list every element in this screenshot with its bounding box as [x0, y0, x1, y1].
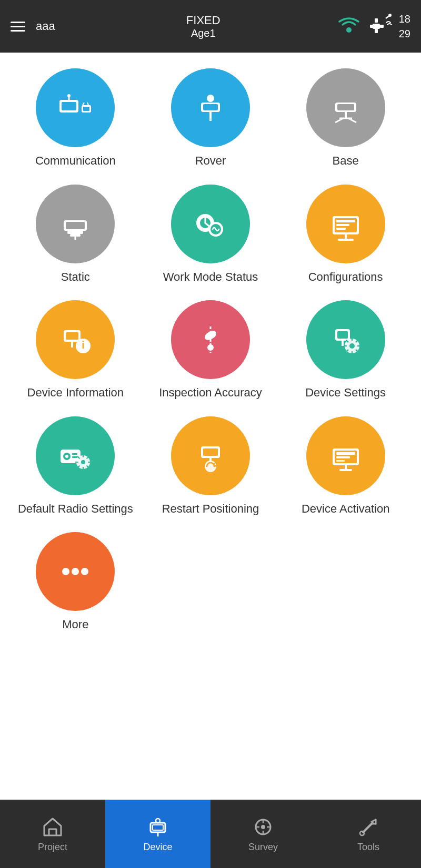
survey-icon — [252, 815, 275, 839]
device-activation-icon-circle — [306, 416, 385, 495]
nav-item-tools[interactable]: Tools — [316, 800, 421, 868]
svg-point-76 — [62, 568, 69, 575]
static-icon — [54, 203, 96, 245]
default-radio-settings-icon-circle — [36, 416, 115, 495]
tools-icon — [357, 815, 380, 839]
svg-rect-66 — [203, 448, 218, 456]
svg-rect-75 — [339, 469, 352, 471]
svg-point-11 — [67, 94, 71, 97]
svg-rect-17 — [203, 104, 218, 110]
work-mode-status-label: Work Mode Status — [163, 270, 258, 285]
svg-point-82 — [156, 819, 160, 823]
configurations-label: Configurations — [308, 270, 383, 285]
svg-rect-71 — [336, 452, 355, 455]
device-information-icon: i — [54, 319, 96, 361]
svg-point-78 — [81, 568, 88, 575]
svg-rect-61 — [72, 453, 77, 455]
work-mode-status-icon — [189, 203, 232, 245]
grid-item-configurations[interactable]: Configurations — [280, 185, 410, 285]
device-settings-icon-circle — [306, 300, 385, 379]
grid-item-device-activation[interactable]: Device Activation — [280, 416, 410, 517]
device-settings-icon — [325, 319, 367, 361]
grid-item-communication[interactable]: Communication — [11, 68, 141, 169]
grid-item-restart-positioning[interactable]: Restart Positioning — [146, 416, 276, 517]
grid-item-more[interactable]: More — [11, 532, 141, 632]
svg-rect-3 — [380, 25, 384, 28]
more-icon-circle — [36, 532, 115, 611]
signal-icon — [336, 13, 362, 39]
inspection-accuracy-icon — [189, 319, 232, 361]
rover-icon — [189, 87, 232, 129]
default-radio-settings-label: Default Radio Settings — [18, 502, 133, 517]
header-status: FIXED Age1 — [71, 14, 336, 39]
restart-positioning-label: Restart Positioning — [162, 502, 259, 517]
svg-line-14 — [83, 103, 84, 105]
nav-item-project[interactable]: Project — [0, 800, 105, 868]
grid-item-work-mode-status[interactable]: Work Mode Status — [146, 185, 276, 285]
base-label: Base — [333, 154, 359, 169]
survey-nav-label: Survey — [248, 842, 278, 853]
svg-rect-28 — [66, 222, 85, 229]
header-icons: 18 29 — [336, 12, 410, 41]
inspection-accuracy-icon-circle — [171, 300, 250, 379]
satellite-numbers: 18 29 — [399, 12, 410, 41]
nav-item-device[interactable]: Device — [105, 800, 210, 868]
communication-label: Communication — [35, 154, 116, 169]
rover-icon-circle — [171, 68, 250, 147]
svg-rect-30 — [70, 234, 81, 237]
satellite-icon — [367, 13, 394, 39]
svg-point-0 — [346, 27, 352, 33]
svg-line-15 — [87, 103, 88, 105]
svg-rect-4 — [375, 18, 378, 23]
svg-rect-72 — [336, 456, 350, 458]
more-icon — [54, 550, 96, 593]
restart-positioning-icon — [189, 435, 232, 477]
tools-nav-label: Tools — [357, 842, 379, 853]
static-icon-circle — [36, 185, 115, 263]
device-information-label: Device Information — [27, 385, 124, 401]
inspection-accuracy-label: Inspection Accuracy — [159, 385, 262, 401]
grid-item-static[interactable]: Static — [11, 185, 141, 285]
svg-rect-80 — [153, 825, 163, 830]
base-icon-circle — [306, 68, 385, 147]
svg-rect-5 — [375, 29, 378, 33]
configurations-icon — [325, 203, 367, 245]
grid-item-device-information[interactable]: i Device Information — [11, 300, 141, 401]
svg-rect-62 — [72, 456, 77, 458]
menu-button[interactable] — [11, 22, 25, 32]
svg-rect-73 — [336, 460, 345, 462]
device-activation-label: Device Activation — [302, 502, 390, 517]
age-label: Age1 — [191, 27, 216, 39]
svg-point-57 — [349, 343, 355, 349]
grid-item-default-radio-settings[interactable]: Default Radio Settings — [11, 416, 141, 517]
grid-item-rover[interactable]: Rover — [146, 68, 276, 169]
svg-line-25 — [335, 118, 343, 122]
device-settings-label: Device Settings — [305, 385, 386, 401]
feature-grid: Communication Rover — [11, 68, 410, 632]
restart-positioning-icon-circle — [171, 416, 250, 495]
grid-item-device-settings[interactable]: Device Settings — [280, 300, 410, 401]
svg-line-26 — [348, 118, 356, 122]
grid-item-base[interactable]: Base — [280, 68, 410, 169]
app-header: aaa FIXED Age1 18 29 — [0, 0, 421, 53]
svg-rect-44 — [338, 239, 354, 241]
fix-status-label: FIXED — [186, 14, 220, 27]
svg-rect-13 — [83, 107, 89, 111]
default-radio-settings-icon — [54, 435, 96, 477]
svg-point-52 — [207, 344, 214, 351]
static-label: Static — [61, 270, 90, 285]
svg-rect-1 — [373, 24, 380, 29]
svg-point-84 — [261, 825, 265, 829]
grid-item-inspection-accuracy[interactable]: Inspection Accuracy — [146, 300, 276, 401]
svg-rect-40 — [336, 220, 355, 222]
nav-item-survey[interactable]: Survey — [210, 800, 316, 868]
device-nav-label: Device — [143, 842, 172, 853]
svg-point-60 — [65, 455, 68, 458]
svg-rect-9 — [62, 102, 76, 110]
communication-icon-circle — [36, 68, 115, 147]
svg-point-77 — [72, 568, 79, 575]
rover-label: Rover — [195, 154, 226, 169]
configurations-icon-circle — [306, 185, 385, 263]
main-content: Communication Rover — [0, 53, 421, 800]
svg-rect-54 — [337, 331, 348, 339]
